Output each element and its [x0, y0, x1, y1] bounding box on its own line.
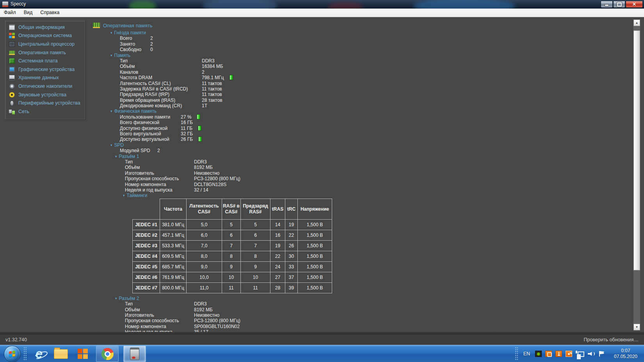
sidebar-item-label: Системная плата — [18, 58, 58, 64]
taskbar-item-microsoft-office[interactable] — [74, 346, 91, 362]
section-label: Тайминги — [127, 193, 148, 198]
section-label: Гнёзда памяти — [114, 30, 146, 35]
menu-view[interactable]: Вид — [20, 9, 37, 17]
clock-date: 07.05.2020 — [610, 354, 641, 360]
menu-file[interactable]: Файл — [0, 9, 20, 17]
close-button[interactable]: ✕ — [626, 1, 643, 8]
info-value: PC3-12800 (800 МГц) — [194, 176, 240, 181]
start-button[interactable] — [4, 346, 21, 362]
menu-help[interactable]: Справка — [36, 9, 63, 17]
taskbar-grip[interactable] — [23, 347, 27, 361]
taskbar-item-google-chrome[interactable] — [96, 346, 119, 362]
table-cell: 8,0 — [187, 251, 222, 261]
sidebar-item-general[interactable]: Общая информация — [5, 23, 85, 32]
sidebar-item-cpu[interactable]: Центральный процессор — [5, 40, 85, 48]
section-header[interactable]: ▾SPD — [93, 142, 628, 148]
taskbar-item-internet-explorer[interactable]: e — [30, 346, 48, 362]
language-indicator[interactable]: EN — [522, 351, 532, 357]
sidebar-item-storage[interactable]: Хранение данных — [5, 74, 85, 82]
table-cell: 1,500 В — [298, 230, 332, 240]
restore-button[interactable] — [613, 1, 625, 8]
sidebar-item-label: Сеть — [18, 109, 29, 114]
table-cell: 1,500 В — [298, 282, 332, 293]
info-label: Всего — [120, 35, 150, 41]
info-value: 2 — [150, 41, 153, 47]
info-row: Объём8192 МБ — [93, 165, 628, 170]
check-updates-link[interactable]: Проверить обновения… — [584, 337, 639, 342]
table-row: JEDEC #6761.9 МГц10,0101027371,500 В — [133, 272, 332, 282]
table-cell: 6 — [222, 230, 241, 240]
sidebar-item-motherboard[interactable]: Системная плата — [5, 57, 85, 65]
sidebar-item-optical[interactable]: Оптические накопители — [5, 82, 85, 90]
minimize-button[interactable] — [601, 1, 613, 8]
volume-tray-icon[interactable] — [588, 351, 595, 357]
info-label: Доступно физической — [120, 126, 181, 131]
row-header: JEDEC #4 — [133, 251, 160, 261]
sidebar-item-ram[interactable]: Оперативная память — [5, 48, 85, 57]
monitor-icon — [9, 67, 15, 72]
tray-grip[interactable] — [515, 347, 518, 361]
sidebar-item-label: Операционная система — [18, 33, 72, 38]
info-value: 35 / 17 — [194, 329, 208, 332]
wallpaper-blur — [129, 1, 156, 9]
network-tray-icon[interactable] — [576, 351, 584, 357]
sidebar-item-os[interactable]: Операционная система — [5, 32, 85, 40]
close-icon: ✕ — [632, 2, 636, 7]
vertical-scrollbar[interactable]: ▲ ▼ — [633, 20, 640, 330]
window-titlebar: Speccy ✕ — [0, 0, 644, 9]
section-header[interactable]: ▾Тайминги — [93, 193, 628, 198]
nvidia-settings-tray-icon[interactable] — [535, 351, 542, 357]
taskbar-item-windows-explorer[interactable] — [52, 346, 69, 362]
info-row: Латентность CAS# (CL)11 тактов — [93, 81, 628, 86]
scrollbar-thumb[interactable] — [633, 30, 640, 270]
section-label: Память — [114, 53, 131, 58]
info-row: Модулей SPD2 — [93, 148, 628, 153]
sensor-tray-icon-2[interactable] — [555, 351, 562, 357]
info-row: ТипDDR3 — [93, 159, 628, 165]
green-level-bar-icon — [197, 114, 200, 119]
section-label: Разъём 2 — [119, 296, 139, 301]
table-cell: 381.0 МГц — [160, 219, 187, 230]
table-cell: 28 — [270, 282, 285, 293]
info-value: DCLT8GN128S — [194, 182, 226, 187]
section-header[interactable]: ▾Разъём 2 — [93, 296, 628, 301]
collapse-triangle-icon: ▾ — [110, 53, 112, 57]
info-value: 32 / 14 — [194, 187, 208, 193]
collapse-triangle-icon: ▾ — [115, 296, 117, 300]
taskbar-items: e — [30, 345, 146, 362]
sidebar-item-network[interactable]: Сеть — [5, 107, 85, 116]
section-header[interactable]: ▾Разъём 1 — [93, 154, 628, 159]
sidebar-item-graphics[interactable]: Графические устройства — [5, 65, 85, 74]
collapse-triangle-icon: ▾ — [110, 143, 112, 147]
table-cell: 9 — [241, 261, 270, 272]
sidebar-item-peripherals[interactable]: Периферийные устройства — [5, 99, 85, 107]
motherboard-icon — [9, 58, 15, 64]
info-row: Частота DRAM798.1 МГц — [93, 75, 628, 80]
scroll-down-button[interactable]: ▼ — [633, 324, 640, 330]
section-header[interactable]: ▾Память — [93, 53, 628, 58]
menu-bar: Файл Вид Справка — [0, 9, 644, 17]
info-row: ТипDDR3 — [93, 58, 628, 64]
section-header[interactable]: ▾Физическая память — [93, 108, 628, 114]
window-title: Speccy — [11, 1, 26, 7]
info-label: Объём — [120, 64, 202, 69]
section-header[interactable]: ▾Гнёзда памяти — [93, 30, 628, 35]
column-header: tRAS — [270, 199, 285, 219]
info-label: Тип — [125, 301, 194, 307]
action-center-tray-icon[interactable] — [598, 351, 605, 357]
sidebar-item-label: Периферийные устройства — [18, 100, 80, 106]
info-value: 8192 МБ — [194, 307, 213, 312]
info-row: Неделя и год выпуска35 / 17 — [93, 329, 628, 332]
sidebar-item-label: Оперативная память — [18, 50, 66, 55]
scroll-up-button[interactable]: ▲ — [633, 20, 640, 26]
internet-explorer-icon: e — [36, 348, 43, 360]
sidebar-item-audio[interactable]: Звуковые устройства — [5, 90, 85, 99]
info-label: Пропускная способность — [125, 176, 194, 181]
table-cell: 27 — [270, 272, 285, 282]
mouse-icon — [10, 101, 14, 106]
sensor-tray-icon-3[interactable] — [566, 351, 572, 357]
clock[interactable]: 0:07 07.05.2020 — [610, 348, 641, 360]
taskbar-item-speccy[interactable] — [123, 346, 146, 362]
table-cell: 6,0 — [187, 230, 222, 240]
sensor-tray-icon-1[interactable] — [545, 351, 552, 357]
